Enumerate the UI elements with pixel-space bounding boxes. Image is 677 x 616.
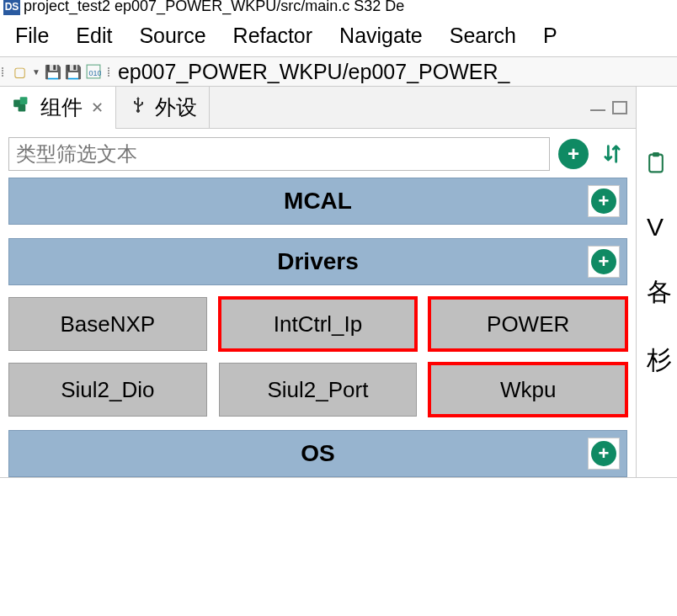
add-component-button[interactable]: +	[558, 139, 589, 169]
window-title-cutoff: DS project_test2 ep007_POWER_WKPU/src/ma…	[0, 0, 677, 15]
menu-navigate[interactable]: Navigate	[339, 24, 423, 48]
window-title-text: project_test2 ep007_POWER_WKPU/src/main.…	[24, 0, 404, 15]
plus-icon: +	[599, 443, 610, 465]
toolbar: ▢ ▼ 💾 💾 010 ep007_POWER_WKPU/ep007_POWER…	[0, 56, 677, 87]
svg-rect-3	[20, 97, 28, 104]
menu-source[interactable]: Source	[139, 24, 205, 48]
new-file-icon[interactable]: ▢	[12, 64, 27, 79]
svg-rect-5	[649, 155, 663, 173]
cutoff-text: 杉	[647, 343, 677, 378]
view-tabs: 组件 ✕ 外设	[0, 87, 636, 129]
sort-button[interactable]	[597, 139, 627, 169]
save-all-icon[interactable]: 💾	[66, 64, 81, 79]
minimize-view-icon[interactable]	[590, 104, 605, 111]
right-pane-cutoff: V 各 杉	[636, 87, 677, 477]
save-icon[interactable]: 💾	[45, 64, 61, 79]
section-header-mcal[interactable]: MCAL +	[8, 178, 627, 225]
driver-item-label: Siul2_Dio	[61, 377, 154, 403]
driver-item[interactable]: Siul2_Port	[219, 363, 418, 417]
section-header-os[interactable]: OS +	[8, 430, 627, 477]
section-title: Drivers	[277, 248, 359, 275]
add-driver-button[interactable]: +	[588, 246, 620, 278]
driver-item[interactable]: Wkpu	[429, 363, 627, 417]
config-path-field[interactable]: ep007_POWER_WKPU/ep007_POWER_	[113, 60, 677, 84]
close-icon[interactable]: ✕	[91, 98, 104, 117]
menu-bar: File Edit Source Refactor Navigate Searc…	[0, 15, 677, 56]
driver-item[interactable]: POWER	[429, 297, 627, 351]
driver-item[interactable]: BaseNXP	[8, 297, 207, 351]
components-icon	[12, 94, 34, 121]
tab-components[interactable]: 组件 ✕	[0, 87, 116, 129]
cutoff-text: 各	[647, 275, 677, 310]
svg-text:010: 010	[88, 69, 101, 77]
cutoff-text: V	[647, 213, 677, 242]
menu-refactor[interactable]: Refactor	[233, 24, 312, 48]
plus-icon: +	[599, 251, 610, 273]
svg-rect-6	[653, 152, 659, 157]
menu-project-cutoff[interactable]: P	[543, 24, 557, 48]
svg-rect-4	[19, 104, 26, 111]
add-os-button[interactable]: +	[588, 438, 620, 470]
driver-item-label: Siul2_Port	[268, 377, 369, 403]
section-header-drivers[interactable]: Drivers +	[8, 238, 627, 285]
driver-item[interactable]: IntCtrl_Ip	[219, 297, 418, 351]
app-icon: DS	[3, 0, 20, 15]
add-mcal-button[interactable]: +	[588, 185, 620, 217]
menu-edit[interactable]: Edit	[76, 24, 112, 48]
driver-item-label: IntCtrl_Ip	[274, 311, 363, 337]
tab-peripherals[interactable]: 外设	[116, 87, 210, 129]
menu-file[interactable]: File	[15, 24, 49, 48]
dropdown-arrow-icon[interactable]: ▼	[32, 67, 40, 77]
section-title: MCAL	[284, 188, 352, 215]
driver-item-label: Wkpu	[500, 377, 556, 403]
driver-item[interactable]: Siul2_Dio	[8, 363, 207, 417]
drivers-grid: BaseNXPIntCtrl_IpPOWERSiul2_DioSiul2_Por…	[8, 297, 627, 417]
tab-peripherals-label: 外设	[155, 93, 197, 121]
plus-icon: +	[599, 190, 610, 212]
menu-search[interactable]: Search	[450, 24, 516, 48]
binary-file-icon[interactable]: 010	[86, 64, 101, 79]
type-filter-input[interactable]	[8, 137, 550, 171]
maximize-view-icon[interactable]	[612, 101, 627, 114]
driver-item-label: BaseNXP	[60, 311, 155, 337]
sort-arrows-icon	[600, 142, 624, 166]
tab-components-label: 组件	[40, 93, 83, 121]
section-title: OS	[301, 440, 334, 467]
usb-icon	[128, 95, 148, 120]
plus-icon: +	[568, 142, 579, 166]
driver-item-label: POWER	[487, 311, 569, 337]
clipboard-icon[interactable]	[647, 152, 677, 179]
